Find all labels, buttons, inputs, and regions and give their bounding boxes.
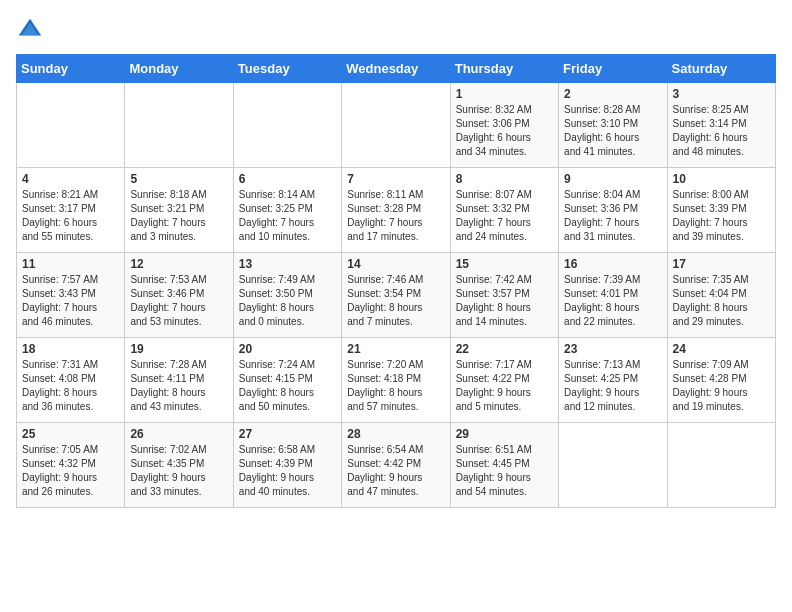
day-number: 2 [564,87,661,101]
day-number: 26 [130,427,227,441]
calendar-cell: 9Sunrise: 8:04 AM Sunset: 3:36 PM Daylig… [559,168,667,253]
calendar-cell: 19Sunrise: 7:28 AM Sunset: 4:11 PM Dayli… [125,338,233,423]
calendar-cell: 13Sunrise: 7:49 AM Sunset: 3:50 PM Dayli… [233,253,341,338]
day-info: Sunrise: 8:25 AM Sunset: 3:14 PM Dayligh… [673,103,770,159]
calendar-cell: 14Sunrise: 7:46 AM Sunset: 3:54 PM Dayli… [342,253,450,338]
day-number: 23 [564,342,661,356]
day-number: 19 [130,342,227,356]
day-number: 6 [239,172,336,186]
day-info: Sunrise: 7:09 AM Sunset: 4:28 PM Dayligh… [673,358,770,414]
day-number: 22 [456,342,553,356]
day-info: Sunrise: 7:13 AM Sunset: 4:25 PM Dayligh… [564,358,661,414]
calendar-cell [667,423,775,508]
calendar-cell [559,423,667,508]
calendar-cell: 22Sunrise: 7:17 AM Sunset: 4:22 PM Dayli… [450,338,558,423]
day-number: 10 [673,172,770,186]
day-info: Sunrise: 8:04 AM Sunset: 3:36 PM Dayligh… [564,188,661,244]
logo-icon [16,16,44,44]
calendar-cell: 15Sunrise: 7:42 AM Sunset: 3:57 PM Dayli… [450,253,558,338]
day-number: 4 [22,172,119,186]
day-number: 9 [564,172,661,186]
calendar-cell: 8Sunrise: 8:07 AM Sunset: 3:32 PM Daylig… [450,168,558,253]
calendar-cell: 29Sunrise: 6:51 AM Sunset: 4:45 PM Dayli… [450,423,558,508]
day-number: 24 [673,342,770,356]
day-number: 11 [22,257,119,271]
day-info: Sunrise: 7:39 AM Sunset: 4:01 PM Dayligh… [564,273,661,329]
day-info: Sunrise: 8:07 AM Sunset: 3:32 PM Dayligh… [456,188,553,244]
day-info: Sunrise: 7:17 AM Sunset: 4:22 PM Dayligh… [456,358,553,414]
calendar-week-4: 18Sunrise: 7:31 AM Sunset: 4:08 PM Dayli… [17,338,776,423]
calendar-cell [17,83,125,168]
calendar-cell: 2Sunrise: 8:28 AM Sunset: 3:10 PM Daylig… [559,83,667,168]
day-info: Sunrise: 7:53 AM Sunset: 3:46 PM Dayligh… [130,273,227,329]
day-info: Sunrise: 8:21 AM Sunset: 3:17 PM Dayligh… [22,188,119,244]
day-info: Sunrise: 8:32 AM Sunset: 3:06 PM Dayligh… [456,103,553,159]
calendar-table: SundayMondayTuesdayWednesdayThursdayFrid… [16,54,776,508]
day-number: 18 [22,342,119,356]
day-info: Sunrise: 7:05 AM Sunset: 4:32 PM Dayligh… [22,443,119,499]
calendar-cell [342,83,450,168]
col-header-tuesday: Tuesday [233,55,341,83]
day-number: 16 [564,257,661,271]
calendar-cell: 28Sunrise: 6:54 AM Sunset: 4:42 PM Dayli… [342,423,450,508]
day-info: Sunrise: 7:24 AM Sunset: 4:15 PM Dayligh… [239,358,336,414]
day-info: Sunrise: 8:00 AM Sunset: 3:39 PM Dayligh… [673,188,770,244]
calendar-cell: 21Sunrise: 7:20 AM Sunset: 4:18 PM Dayli… [342,338,450,423]
calendar-cell [233,83,341,168]
calendar-cell: 24Sunrise: 7:09 AM Sunset: 4:28 PM Dayli… [667,338,775,423]
day-info: Sunrise: 6:51 AM Sunset: 4:45 PM Dayligh… [456,443,553,499]
calendar-cell: 3Sunrise: 8:25 AM Sunset: 3:14 PM Daylig… [667,83,775,168]
day-number: 20 [239,342,336,356]
calendar-week-5: 25Sunrise: 7:05 AM Sunset: 4:32 PM Dayli… [17,423,776,508]
logo [16,16,48,44]
day-info: Sunrise: 7:49 AM Sunset: 3:50 PM Dayligh… [239,273,336,329]
day-number: 5 [130,172,227,186]
day-number: 17 [673,257,770,271]
day-number: 3 [673,87,770,101]
day-number: 28 [347,427,444,441]
day-info: Sunrise: 6:54 AM Sunset: 4:42 PM Dayligh… [347,443,444,499]
col-header-friday: Friday [559,55,667,83]
day-info: Sunrise: 8:18 AM Sunset: 3:21 PM Dayligh… [130,188,227,244]
calendar-cell: 25Sunrise: 7:05 AM Sunset: 4:32 PM Dayli… [17,423,125,508]
calendar-header-row: SundayMondayTuesdayWednesdayThursdayFrid… [17,55,776,83]
calendar-week-2: 4Sunrise: 8:21 AM Sunset: 3:17 PM Daylig… [17,168,776,253]
calendar-cell: 6Sunrise: 8:14 AM Sunset: 3:25 PM Daylig… [233,168,341,253]
day-number: 15 [456,257,553,271]
calendar-cell: 18Sunrise: 7:31 AM Sunset: 4:08 PM Dayli… [17,338,125,423]
calendar-cell: 10Sunrise: 8:00 AM Sunset: 3:39 PM Dayli… [667,168,775,253]
calendar-cell [125,83,233,168]
calendar-week-1: 1Sunrise: 8:32 AM Sunset: 3:06 PM Daylig… [17,83,776,168]
calendar-cell: 4Sunrise: 8:21 AM Sunset: 3:17 PM Daylig… [17,168,125,253]
day-number: 21 [347,342,444,356]
calendar-cell: 12Sunrise: 7:53 AM Sunset: 3:46 PM Dayli… [125,253,233,338]
day-number: 29 [456,427,553,441]
day-info: Sunrise: 6:58 AM Sunset: 4:39 PM Dayligh… [239,443,336,499]
calendar-week-3: 11Sunrise: 7:57 AM Sunset: 3:43 PM Dayli… [17,253,776,338]
day-info: Sunrise: 8:28 AM Sunset: 3:10 PM Dayligh… [564,103,661,159]
calendar-cell: 27Sunrise: 6:58 AM Sunset: 4:39 PM Dayli… [233,423,341,508]
calendar-cell: 17Sunrise: 7:35 AM Sunset: 4:04 PM Dayli… [667,253,775,338]
calendar-cell: 1Sunrise: 8:32 AM Sunset: 3:06 PM Daylig… [450,83,558,168]
day-info: Sunrise: 7:46 AM Sunset: 3:54 PM Dayligh… [347,273,444,329]
day-info: Sunrise: 7:20 AM Sunset: 4:18 PM Dayligh… [347,358,444,414]
calendar-cell: 11Sunrise: 7:57 AM Sunset: 3:43 PM Dayli… [17,253,125,338]
calendar-cell: 7Sunrise: 8:11 AM Sunset: 3:28 PM Daylig… [342,168,450,253]
day-number: 27 [239,427,336,441]
day-number: 8 [456,172,553,186]
day-number: 1 [456,87,553,101]
day-info: Sunrise: 8:14 AM Sunset: 3:25 PM Dayligh… [239,188,336,244]
day-number: 25 [22,427,119,441]
day-info: Sunrise: 7:35 AM Sunset: 4:04 PM Dayligh… [673,273,770,329]
calendar-cell: 20Sunrise: 7:24 AM Sunset: 4:15 PM Dayli… [233,338,341,423]
col-header-thursday: Thursday [450,55,558,83]
col-header-sunday: Sunday [17,55,125,83]
col-header-wednesday: Wednesday [342,55,450,83]
calendar-cell: 5Sunrise: 8:18 AM Sunset: 3:21 PM Daylig… [125,168,233,253]
day-info: Sunrise: 7:28 AM Sunset: 4:11 PM Dayligh… [130,358,227,414]
day-info: Sunrise: 8:11 AM Sunset: 3:28 PM Dayligh… [347,188,444,244]
day-number: 12 [130,257,227,271]
day-info: Sunrise: 7:31 AM Sunset: 4:08 PM Dayligh… [22,358,119,414]
day-number: 14 [347,257,444,271]
page-header [16,16,776,44]
